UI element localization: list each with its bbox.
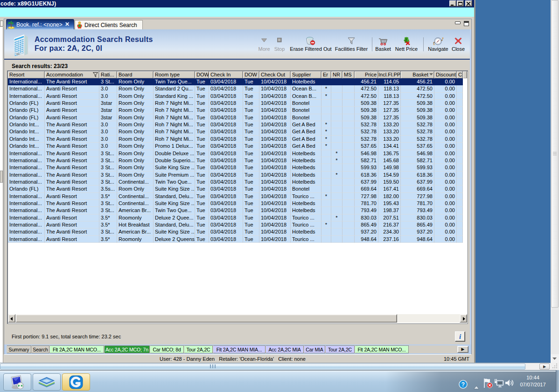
svg-text:?: ? [461, 381, 465, 388]
